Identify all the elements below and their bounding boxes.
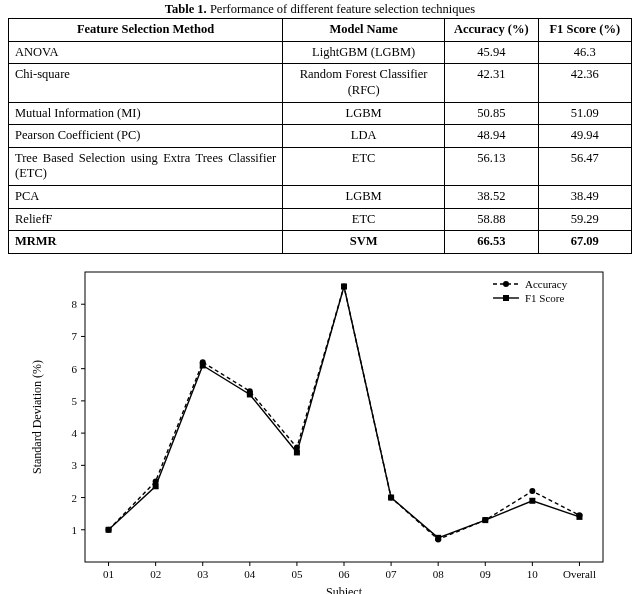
cell-f1: 56.47 xyxy=(538,147,631,185)
cell-model: Random Forest Classifier (RFC) xyxy=(283,64,445,102)
y-tick-label: 7 xyxy=(72,330,78,342)
table-row: Mutual Information (MI)LGBM50.8551.09 xyxy=(9,102,632,125)
y-tick-label: 6 xyxy=(72,363,78,375)
x-tick-label: 01 xyxy=(103,568,114,580)
y-tick-label: 1 xyxy=(72,524,78,536)
y-tick-label: 3 xyxy=(72,459,78,471)
cell-method: PCA xyxy=(9,186,283,209)
cell-method: ReliefF xyxy=(9,208,283,231)
cell-accuracy: 48.94 xyxy=(445,125,538,148)
x-tick-label: 09 xyxy=(480,568,492,580)
cell-method: Pearson Coefficient (PC) xyxy=(9,125,283,148)
table-header: Accuracy (%) xyxy=(445,19,538,42)
cell-f1: 67.09 xyxy=(538,231,631,254)
cell-model: ETC xyxy=(283,208,445,231)
x-tick-label: Overall xyxy=(563,568,596,580)
legend-label: Accuracy xyxy=(525,278,568,290)
cell-f1: 49.94 xyxy=(538,125,631,148)
x-tick-label: 06 xyxy=(339,568,351,580)
square-marker-icon xyxy=(503,295,509,301)
table-header: F1 Score (%) xyxy=(538,19,631,42)
results-table: Feature Selection MethodModel NameAccura… xyxy=(8,18,632,254)
square-marker-icon xyxy=(576,514,582,520)
table-row: MRMRSVM66.5367.09 xyxy=(9,231,632,254)
table-header: Feature Selection Method xyxy=(9,19,283,42)
square-marker-icon xyxy=(529,498,535,504)
cell-f1: 51.09 xyxy=(538,102,631,125)
cell-f1: 46.3 xyxy=(538,41,631,64)
square-marker-icon xyxy=(341,283,347,289)
cell-accuracy: 58.88 xyxy=(445,208,538,231)
square-marker-icon xyxy=(388,494,394,500)
cell-model: ETC xyxy=(283,147,445,185)
y-axis-label: Standard Deviation (%) xyxy=(30,360,44,474)
square-marker-icon xyxy=(435,535,441,541)
y-tick-label: 4 xyxy=(72,427,78,439)
table-row: ANOVALightGBM (LGBM)45.9446.3 xyxy=(9,41,632,64)
square-marker-icon xyxy=(106,527,112,533)
cell-f1: 42.36 xyxy=(538,64,631,102)
cell-method: Chi-square xyxy=(9,64,283,102)
y-tick-label: 8 xyxy=(72,298,78,310)
cell-accuracy: 42.31 xyxy=(445,64,538,102)
table-header: Model Name xyxy=(283,19,445,42)
cell-accuracy: 45.94 xyxy=(445,41,538,64)
x-tick-label: 02 xyxy=(150,568,161,580)
table-row: Tree Based Selection using Extra Trees C… xyxy=(9,147,632,185)
cell-accuracy: 56.13 xyxy=(445,147,538,185)
cell-method: Tree Based Selection using Extra Trees C… xyxy=(9,147,283,185)
cell-model: LightGBM (LGBM) xyxy=(283,41,445,64)
legend-label: F1 Score xyxy=(525,292,565,304)
circle-marker-icon xyxy=(503,281,509,287)
x-tick-label: 03 xyxy=(197,568,209,580)
square-marker-icon xyxy=(200,362,206,368)
square-marker-icon xyxy=(482,517,488,523)
series-line xyxy=(109,286,580,537)
cell-f1: 59.29 xyxy=(538,208,631,231)
cell-model: LGBM xyxy=(283,102,445,125)
cell-accuracy: 38.52 xyxy=(445,186,538,209)
x-axis-label: Subject xyxy=(326,585,363,594)
x-tick-label: 05 xyxy=(291,568,303,580)
cell-method: MRMR xyxy=(9,231,283,254)
series-line xyxy=(109,286,580,539)
square-marker-icon xyxy=(247,391,253,397)
cell-method: Mutual Information (MI) xyxy=(9,102,283,125)
x-tick-label: 07 xyxy=(386,568,398,580)
cell-model: LGBM xyxy=(283,186,445,209)
circle-marker-icon xyxy=(529,488,535,494)
cell-accuracy: 50.85 xyxy=(445,102,538,125)
square-marker-icon xyxy=(153,483,159,489)
x-tick-label: 08 xyxy=(433,568,445,580)
square-marker-icon xyxy=(294,449,300,455)
table-row: Chi-squareRandom Forest Classifier (RFC)… xyxy=(9,64,632,102)
cell-accuracy: 66.53 xyxy=(445,231,538,254)
cell-model: LDA xyxy=(283,125,445,148)
table-caption: Table 1. Performance of different featur… xyxy=(8,2,632,17)
svg-rect-0 xyxy=(85,272,603,562)
x-tick-label: 10 xyxy=(527,568,539,580)
table-row: PCALGBM38.5238.49 xyxy=(9,186,632,209)
chart: 1234567801020304050607080910OverallSubje… xyxy=(25,260,615,594)
table-row: ReliefFETC58.8859.29 xyxy=(9,208,632,231)
cell-method: ANOVA xyxy=(9,41,283,64)
y-tick-label: 5 xyxy=(72,395,78,407)
x-tick-label: 04 xyxy=(244,568,256,580)
cell-model: SVM xyxy=(283,231,445,254)
table-row: Pearson Coefficient (PC)LDA48.9449.94 xyxy=(9,125,632,148)
y-tick-label: 2 xyxy=(72,491,78,503)
cell-f1: 38.49 xyxy=(538,186,631,209)
